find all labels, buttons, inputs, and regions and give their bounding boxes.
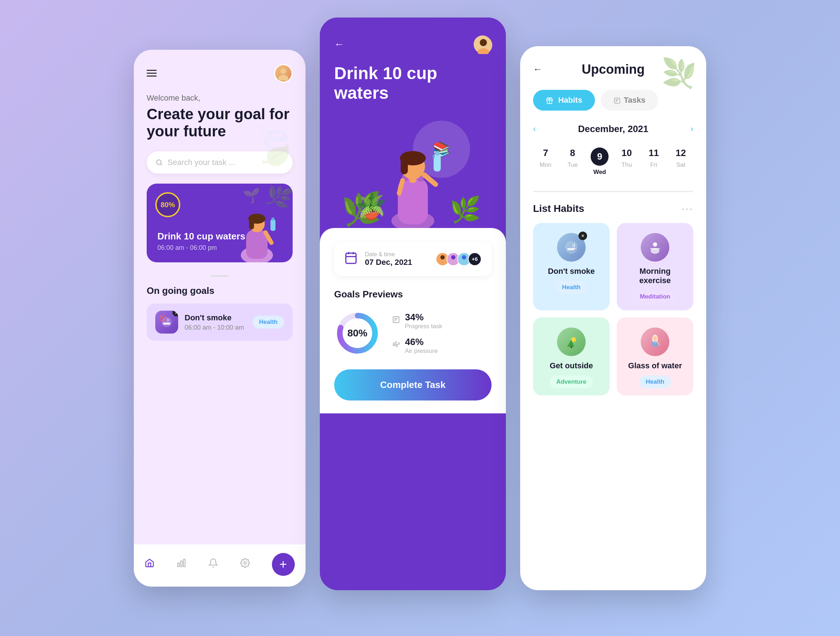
svg-point-44 bbox=[451, 255, 455, 259]
habit-exercise-name: Morning exercise bbox=[624, 267, 686, 285]
woman-drinking-figure bbox=[370, 128, 456, 228]
svg-rect-36 bbox=[346, 253, 356, 263]
datetime-info: Date & time 07 Dec, 2021 bbox=[365, 251, 412, 267]
complete-task-button[interactable]: Complete Task bbox=[334, 369, 491, 400]
phone-1: Welcome back, Create your goal for your … bbox=[134, 50, 306, 587]
calendar-row: 7 Mon 8 Tue 9 Wed 10 Thu 11 bbox=[533, 143, 693, 180]
tab-habits-icon bbox=[546, 96, 555, 104]
goals-row: 80% 34% Progress task bbox=[334, 310, 491, 356]
welcome-text: Welcome back, bbox=[147, 93, 293, 103]
nav-add-button[interactable]: + bbox=[272, 553, 295, 576]
tab-tasks-label: Tasks bbox=[624, 96, 646, 105]
habit-glass-water[interactable]: Glass of water Health bbox=[617, 318, 693, 396]
svg-point-21 bbox=[480, 39, 487, 46]
svg-rect-10 bbox=[272, 218, 275, 220]
stat-progress-info: 34% Progress task bbox=[405, 312, 442, 330]
tab-tasks-icon bbox=[614, 96, 621, 105]
stat-pressure: 46% Air pressure bbox=[392, 337, 491, 355]
svg-rect-17 bbox=[181, 561, 182, 566]
svg-rect-18 bbox=[183, 559, 185, 567]
tab-tasks[interactable]: Tasks bbox=[601, 90, 658, 111]
glass-water-icon bbox=[641, 327, 669, 356]
dont-smoke-icon: × bbox=[557, 233, 586, 262]
calendar-next[interactable]: › bbox=[690, 124, 693, 134]
habit-water-tag: Health bbox=[639, 375, 671, 388]
cal-num-10: 10 bbox=[621, 147, 632, 158]
donut-label: 80% bbox=[347, 327, 368, 339]
habits-header: List Habits ··· bbox=[533, 203, 693, 214]
cal-label-thu: Thu bbox=[621, 161, 632, 169]
calendar-prev[interactable]: ‹ bbox=[533, 124, 536, 134]
nav-stats[interactable] bbox=[176, 558, 186, 571]
p2-avatar[interactable] bbox=[474, 35, 491, 53]
calendar-day-wed[interactable]: 9 Wed bbox=[587, 143, 612, 180]
morning-exercise-icon bbox=[641, 233, 669, 262]
svg-rect-9 bbox=[270, 219, 275, 231]
calendar-nav: ‹ December, 2021 › bbox=[533, 123, 693, 134]
tab-habits-label: Habits bbox=[558, 96, 582, 104]
svg-rect-33 bbox=[435, 151, 439, 155]
health-tag[interactable]: Health bbox=[253, 316, 284, 329]
svg-rect-16 bbox=[178, 563, 180, 567]
calendar-day-thu[interactable]: 10 Thu bbox=[614, 143, 639, 180]
divider bbox=[211, 275, 229, 277]
calendar-day-sat[interactable]: 12 Sat bbox=[668, 143, 693, 180]
woman-figure bbox=[228, 198, 286, 263]
search-icon bbox=[155, 158, 163, 166]
calendar-day-fri[interactable]: 11 Fri bbox=[641, 143, 666, 180]
cal-num-8: 8 bbox=[570, 147, 575, 158]
ongoing-card[interactable]: × Don't smoke 06:00 am - 10:00 am Health bbox=[147, 304, 293, 341]
svg-point-2 bbox=[157, 160, 161, 165]
participants-extra: +6 bbox=[468, 252, 482, 266]
datetime-label: Date & time bbox=[365, 251, 412, 258]
more-options-icon[interactable]: ··· bbox=[682, 203, 693, 214]
stat-pressure-info: 46% Air pressure bbox=[405, 337, 438, 355]
donut-chart: 80% bbox=[334, 310, 381, 356]
calendar-icon bbox=[344, 251, 358, 267]
stat2-value: 46% bbox=[405, 337, 438, 348]
p3-back-button[interactable]: ← bbox=[533, 64, 542, 75]
air-icon bbox=[392, 340, 400, 350]
svg-point-41 bbox=[441, 255, 445, 259]
habits-title: List Habits bbox=[533, 203, 584, 214]
svg-rect-32 bbox=[434, 153, 441, 171]
svg-point-34 bbox=[433, 155, 435, 158]
p2-title: Drink 10 cup waters bbox=[334, 63, 442, 103]
habit-smoke-tag: Health bbox=[556, 281, 587, 294]
tab-habits[interactable]: Habits bbox=[533, 90, 595, 111]
back-button[interactable]: ← bbox=[334, 39, 344, 50]
section-title: On going goals bbox=[147, 285, 293, 296]
remove-smoke-icon[interactable]: × bbox=[578, 231, 587, 240]
habit-get-outside[interactable]: Get outside Adventure bbox=[533, 318, 609, 396]
goal-card[interactable]: 🌿 🌱 80% Drink 10 cup waters 06:00 am bbox=[147, 184, 293, 263]
cal-label-mon: Mon bbox=[540, 161, 551, 169]
habit-dont-smoke[interactable]: × Don't smoke Health bbox=[533, 223, 609, 310]
get-outside-icon bbox=[557, 327, 586, 356]
nav-settings[interactable] bbox=[240, 558, 250, 571]
calendar-day-tue[interactable]: 8 Tue bbox=[560, 143, 585, 180]
leaf-decoration: 🍃 bbox=[246, 117, 302, 171]
ongoing-icon: × bbox=[155, 311, 178, 334]
svg-point-47 bbox=[462, 255, 466, 259]
svg-point-71 bbox=[653, 336, 657, 340]
goal-percent: 80% bbox=[155, 192, 180, 217]
habit-outside-name: Get outside bbox=[549, 361, 593, 370]
search-placeholder: Search your task ... bbox=[167, 158, 235, 167]
cal-label-wed: Wed bbox=[593, 169, 606, 176]
svg-point-1 bbox=[278, 75, 288, 81]
habit-morning-exercise[interactable]: Morning exercise Meditation bbox=[617, 223, 693, 310]
cal-label-fri: Fri bbox=[650, 161, 657, 169]
habit-smoke-name: Don't smoke bbox=[548, 267, 595, 276]
avatar[interactable] bbox=[274, 64, 293, 83]
calendar-month: December, 2021 bbox=[578, 123, 649, 134]
cal-num-12: 12 bbox=[676, 147, 686, 158]
bottom-nav: + bbox=[134, 544, 306, 587]
phone-2: ← Drink 10 cup waters 🌿 🪴 🌿 📚 bbox=[320, 17, 506, 590]
svg-rect-7 bbox=[249, 219, 254, 229]
nav-home[interactable] bbox=[145, 558, 155, 571]
nav-bell[interactable] bbox=[208, 558, 218, 571]
stat-progress: 34% Progress task bbox=[392, 312, 491, 330]
calendar-day-mon[interactable]: 7 Mon bbox=[533, 143, 558, 180]
stat1-value: 34% bbox=[405, 312, 442, 323]
menu-icon[interactable] bbox=[147, 70, 157, 77]
